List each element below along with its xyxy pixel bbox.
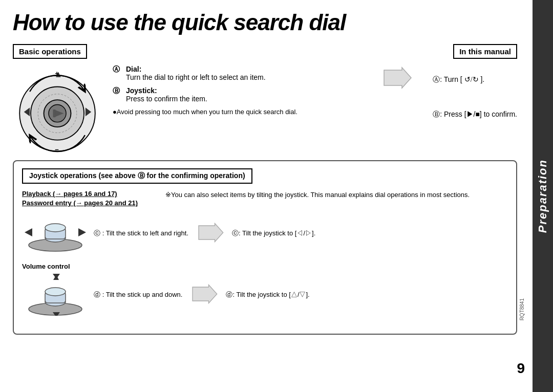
volume-label: Volume control [22, 263, 508, 270]
dial-diagram: + − [13, 65, 102, 156]
joystick-rows: ⓒ : Tilt the stick to left and right. ⓒ:… [22, 213, 508, 317]
dial-label-b: Ⓑ [113, 86, 123, 96]
svg-marker-25 [53, 274, 60, 279]
manual-a-text: Ⓐ: Turn [ ↺/↻ ]. [433, 75, 484, 84]
joystick-row-c: ⓒ : Tilt the stick to left and right. ⓒ:… [22, 213, 508, 253]
arrow-divider [376, 65, 417, 91]
dial-title: Dial: [126, 65, 141, 73]
svg-text:+: + [55, 70, 59, 77]
joystick-lr-diagram [22, 213, 89, 253]
playback-link: Playback (→ pages 16 and 17) [22, 190, 155, 198]
joystick-desc: Press to confirm the item. [126, 95, 207, 103]
dial-item-a: Ⓐ Dial: Turn the dial to right or left t… [113, 65, 376, 81]
joystick-title: Joystick: [126, 86, 157, 95]
right-arrow-icon [381, 65, 412, 91]
joystick-c-manual: ⓒ: Tilt the joystick to [◁/▷]. [232, 229, 315, 238]
section-header-row: Basic operations In this manual [13, 44, 517, 59]
joystick-ud-diagram [22, 272, 89, 317]
page-title: How to use the quick search dial [13, 10, 517, 35]
svg-point-23 [45, 288, 66, 296]
password-link: Password entry (→ pages 20 and 21) [22, 199, 155, 207]
basic-operations-badge: Basic operations [13, 44, 87, 59]
right-arrow-d-icon [190, 282, 218, 306]
joystick-d-manual: ⓓ: Tilt the joystick to [△/▽]. [226, 290, 309, 299]
manual-b-text: Ⓑ: Press [▶/■] to confirm. [433, 110, 517, 119]
joystick-box-header: Joystick operations (see above Ⓑ for the… [22, 168, 252, 184]
svg-point-16 [45, 224, 66, 232]
joystick-lr-image [22, 213, 89, 252]
joystick-row-d: ⓓ : Tilt the stick up and down. ⓓ: Tilt … [22, 272, 508, 317]
rqt-code: RQT8841 [519, 298, 525, 320]
dial-label-a: Ⓐ [113, 65, 123, 74]
in-manual-badge: In this manual [453, 44, 517, 59]
joystick-c-desc: ⓒ : Tilt the stick to left and right. [94, 229, 188, 238]
svg-marker-18 [78, 228, 86, 236]
side-tab: Preparation [527, 0, 553, 392]
dial-text-section: Ⓐ Dial: Turn the dial to right or left t… [113, 65, 376, 116]
preparation-label: Preparation [536, 159, 549, 233]
joystick-ud-image [22, 272, 89, 316]
dial-item-b: Ⓑ Joystick: Press to confirm the item. [113, 86, 376, 103]
page-number: 9 [517, 360, 525, 377]
dial-desc: Turn the dial to right or left to select… [126, 73, 266, 81]
dial-content-b: Joystick: Press to confirm the item. [126, 86, 207, 103]
joystick-right-col: ※You can also select items by tilting th… [165, 190, 508, 208]
svg-marker-27 [193, 285, 217, 303]
joystick-left-col: Playback (→ pages 16 and 17) Password en… [22, 190, 155, 208]
svg-marker-12 [384, 68, 411, 88]
svg-text:−: − [55, 146, 59, 154]
svg-rect-10 [53, 110, 56, 117]
arrow-c [196, 221, 224, 246]
manual-item-b: Ⓑ: Press [▶/■] to confirm. [433, 110, 517, 119]
joystick-d-desc: ⓓ : Tilt the stick up and down. [94, 290, 182, 299]
svg-marker-17 [25, 228, 32, 236]
joystick-content: Playback (→ pages 16 and 17) Password en… [22, 190, 508, 208]
dial-content-a: Dial: Turn the dial to right or left to … [126, 65, 266, 81]
joystick-operations-box: Joystick operations (see above Ⓑ for the… [13, 160, 517, 335]
in-manual-section: Ⓐ: Turn [ ↺/↻ ]. Ⓑ: Press [▶/■] to confi… [433, 65, 517, 124]
right-arrow-c-icon [196, 221, 224, 244]
manual-item-a: Ⓐ: Turn [ ↺/↻ ]. [433, 75, 517, 84]
side-tab-bar: Preparation [533, 0, 553, 392]
dial-image: + − [13, 65, 102, 155]
avoid-note: ●Avoid pressing too much when you turn t… [113, 108, 376, 116]
top-content-row: + − [13, 65, 517, 156]
svg-marker-19 [199, 224, 223, 242]
arrow-d [190, 282, 218, 307]
